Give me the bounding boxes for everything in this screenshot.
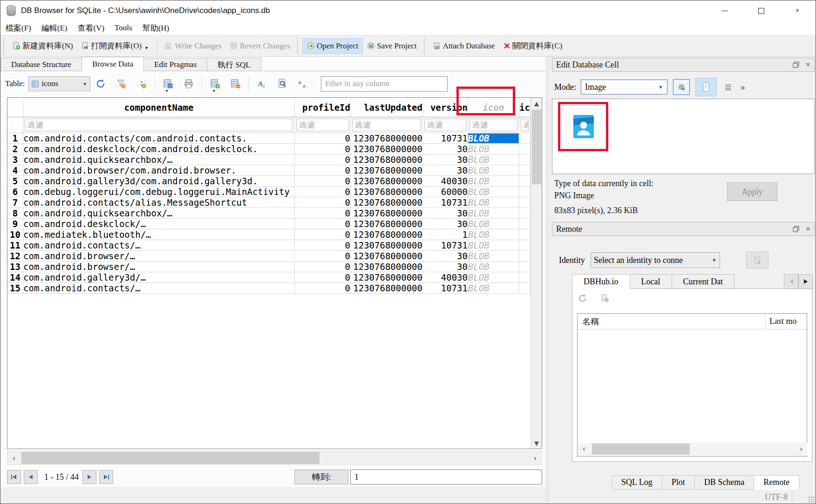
open-database-button[interactable]: 打開資料庫(O) ▼ — [77, 38, 153, 54]
cell-lastUpdated[interactable]: 1230768000000 — [351, 219, 423, 229]
cell-ic2[interactable] — [519, 187, 530, 197]
cell-componentName[interactable]: com.android.gallery3d/… — [23, 272, 295, 283]
cell-profileId[interactable]: 0 — [295, 229, 351, 240]
row-number[interactable]: 11 — [7, 240, 23, 251]
cell-version[interactable]: 1 — [423, 229, 468, 240]
cell-lastUpdated[interactable]: 1230768000000 — [351, 272, 423, 283]
cell-icon[interactable]: BLOB — [468, 187, 519, 197]
cell-ic2[interactable] — [519, 272, 530, 283]
cell-icon[interactable]: BLOB — [468, 165, 519, 176]
print-icon[interactable] — [184, 79, 194, 89]
goto-button[interactable]: 轉到: — [294, 470, 348, 484]
filter-input-icon[interactable]: 過濾 — [469, 119, 517, 131]
remote-hscrollbar[interactable]: ‹ › — [578, 443, 807, 456]
goto-input[interactable]: 1 — [350, 470, 542, 484]
refresh-icon[interactable] — [95, 79, 106, 89]
cell-componentName[interactable]: com.android.deskclock/com.android.deskcl… — [23, 144, 295, 155]
cell-lastUpdated[interactable]: 1230768000000 — [351, 208, 423, 219]
scroll-right-icon[interactable]: › — [529, 451, 542, 464]
scroll-up-icon[interactable]: ▲ — [531, 98, 542, 109]
revert-changes-button[interactable]: Revert Changes — [226, 39, 294, 54]
scroll-left-icon[interactable]: ‹ — [7, 451, 20, 464]
menu-view[interactable]: 查看(V) — [73, 22, 110, 34]
scroll-thumb[interactable] — [532, 110, 541, 184]
cell-componentName[interactable]: com.android.contacts/… — [23, 240, 295, 251]
cell-version[interactable]: 60000 — [423, 187, 468, 197]
first-page-button[interactable] — [7, 470, 21, 484]
cell-version[interactable]: 30 — [423, 219, 468, 229]
cell-lastUpdated[interactable]: 1230768000000 — [351, 133, 423, 144]
float-remote-icon[interactable] — [793, 226, 799, 232]
column-header-componentName[interactable]: componentName — [23, 98, 295, 117]
row-number[interactable]: 8 — [7, 208, 23, 219]
more-tools-icon[interactable]: » — [741, 82, 745, 93]
close-panel-icon[interactable]: × — [806, 60, 810, 70]
menu-file[interactable]: 檔案(F) — [0, 22, 36, 34]
cell-componentName[interactable]: com.android.contacts/… — [23, 283, 295, 294]
filter-input-version[interactable]: 過濾 — [424, 119, 466, 131]
remote-tab-current-dat[interactable]: Current Dat — [672, 274, 734, 289]
cell-componentName[interactable]: com.android.browser/… — [23, 251, 295, 262]
cell-componentName[interactable]: com.android.contacts/com.android.contact… — [23, 133, 295, 144]
cell-lastUpdated[interactable]: 1230768000000 — [351, 165, 423, 176]
tab-database-structure[interactable]: Database Structure — [0, 58, 82, 71]
cell-profileId[interactable]: 0 — [295, 272, 351, 283]
remote-tab-local[interactable]: Local — [630, 274, 672, 289]
cell-icon[interactable]: BLOB — [468, 283, 519, 294]
remote-scroll-left-icon[interactable]: ‹ — [578, 443, 590, 455]
remote-col-lastmodified[interactable]: Last mo — [766, 316, 797, 326]
remote-col-name[interactable]: 名稱 — [578, 314, 766, 329]
cell-ic2[interactable] — [519, 262, 530, 272]
cell-lastUpdated[interactable]: 1230768000000 — [351, 176, 423, 187]
text-view-button[interactable] — [695, 78, 717, 96]
maximize-button[interactable] — [743, 0, 779, 21]
next-page-button[interactable] — [82, 470, 96, 484]
tab-browse-data[interactable]: Browse Data — [82, 57, 144, 71]
cell-ic2[interactable] — [519, 240, 530, 251]
hscroll-thumb[interactable] — [21, 452, 320, 464]
cell-ic2[interactable] — [519, 197, 530, 208]
float-panel-icon[interactable] — [793, 61, 799, 68]
cell-icon[interactable]: BLOB — [468, 176, 519, 187]
word-wrap-icon[interactable]: ≣ — [724, 81, 732, 93]
font-settings-icon[interactable]: Aa — [257, 79, 267, 89]
cell-ic2[interactable] — [519, 155, 530, 165]
insert-record-button[interactable]: ▼ — [210, 79, 220, 89]
clear-sorting-icon[interactable] — [136, 79, 147, 89]
remote-refresh-icon[interactable] — [578, 294, 587, 303]
remote-upload-icon[interactable] — [600, 294, 610, 303]
row-number[interactable]: 5 — [7, 176, 23, 187]
cell-lastUpdated[interactable]: 1230768000000 — [351, 283, 423, 294]
row-number[interactable]: 15 — [7, 283, 23, 294]
cell-version[interactable]: 40030 — [423, 272, 468, 283]
minimize-button[interactable] — [707, 0, 743, 21]
cell-ic2[interactable] — [519, 219, 530, 229]
cell-componentName[interactable]: com.android.deskclock/… — [23, 219, 295, 229]
cell-profileId[interactable]: 0 — [295, 219, 351, 229]
panel-splitter[interactable] — [545, 57, 550, 504]
menu-help[interactable]: 幫助(H) — [137, 22, 175, 34]
remote-tab-dbhub-io[interactable]: DBHub.io — [572, 274, 630, 289]
cell-ic2[interactable] — [519, 229, 530, 240]
cell-componentName[interactable]: com.android.quicksearchbox/… — [23, 208, 295, 219]
row-number[interactable]: 9 — [7, 219, 23, 229]
row-number[interactable]: 3 — [7, 155, 23, 165]
dock-tab-remote[interactable]: Remote — [754, 475, 799, 490]
cell-ic2[interactable] — [519, 165, 530, 176]
open-database-dropdown-arrow[interactable]: ▼ — [144, 46, 149, 51]
filter-input-profileId[interactable]: 過濾 — [296, 119, 349, 131]
save-project-button[interactable]: Save Project — [363, 39, 421, 54]
table-select[interactable]: icons ▼ — [28, 76, 90, 91]
scroll-down-icon[interactable]: ▼ — [531, 437, 542, 449]
cell-ic2[interactable] — [519, 144, 530, 155]
row-number[interactable]: 14 — [7, 272, 23, 283]
cell-componentName[interactable]: com.android.browser/… — [23, 262, 295, 272]
last-page-button[interactable] — [99, 470, 113, 484]
cell-version[interactable]: 30 — [423, 208, 468, 219]
cell-version[interactable]: 30 — [423, 262, 468, 272]
cell-profileId[interactable]: 0 — [295, 176, 351, 187]
cell-lastUpdated[interactable]: 1230768000000 — [351, 251, 423, 262]
cell-ic2[interactable] — [519, 208, 530, 219]
cell-icon[interactable]: BLOB — [468, 262, 519, 272]
attach-database-button[interactable]: Attach Database — [429, 39, 499, 54]
